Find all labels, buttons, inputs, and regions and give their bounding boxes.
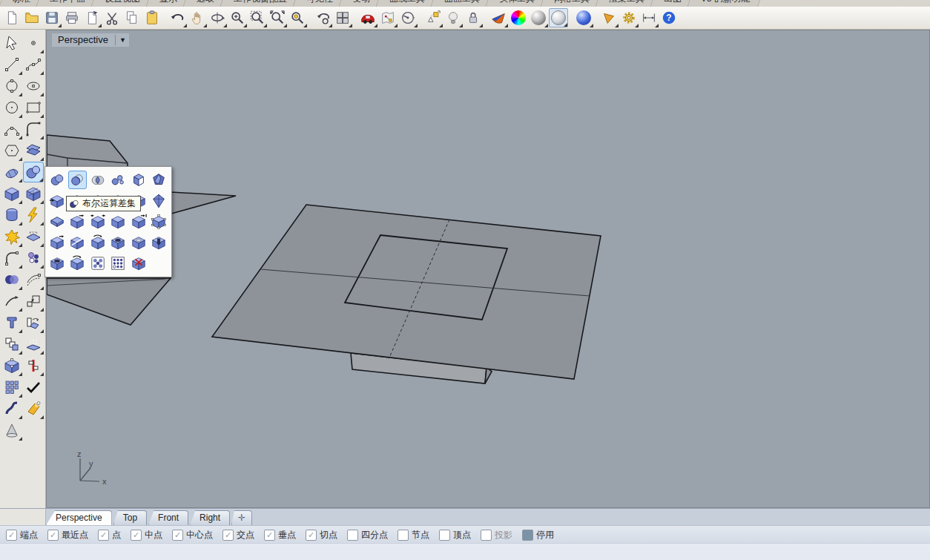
sidebar-offset-button[interactable] — [23, 269, 44, 290]
sidebar-check-button[interactable] — [23, 377, 44, 398]
sidebar-smash-button[interactable] — [23, 334, 44, 355]
pan-button[interactable] — [188, 8, 207, 27]
flyout-make-hole-button[interactable] — [109, 233, 128, 251]
osnap-checkbox[interactable]: ✓ — [306, 530, 317, 541]
viewport-title[interactable]: Perspective ▼ — [52, 33, 129, 47]
flyout-extrude-straight-button[interactable] — [68, 212, 87, 231]
flyout-arrow-icon[interactable] — [615, 24, 619, 27]
flyout-arrow-icon[interactable] — [635, 24, 639, 27]
sidebar-fillet-button[interactable] — [1, 248, 22, 269]
flyout-arrow-icon[interactable] — [40, 243, 44, 247]
menu-tab[interactable]: 渲染工具 — [595, 0, 658, 7]
sidebar-point-cloud-button[interactable] — [23, 248, 44, 269]
flyout-arrow-icon[interactable] — [40, 93, 44, 96]
flyout-arrow-icon[interactable] — [98, 24, 102, 27]
flyout-arrow-icon[interactable] — [439, 24, 443, 27]
sidebar-ellipse-button[interactable] — [23, 76, 44, 96]
flyout-arrow-icon[interactable] — [40, 114, 44, 118]
flyout-arrow-icon[interactable] — [19, 351, 22, 355]
sidebar-scale-button[interactable] — [23, 291, 44, 312]
flyout-extrude-to-boundary-button[interactable] — [129, 212, 148, 231]
menu-tab[interactable]: 曲线工具 — [375, 0, 438, 7]
flyout-arrow-icon[interactable] — [40, 71, 44, 75]
zoom-dynamic-button[interactable] — [228, 8, 247, 27]
flyout-arrow-icon[interactable] — [19, 265, 22, 269]
lock-button[interactable] — [464, 8, 483, 27]
flyout-wire-cut-button[interactable] — [68, 233, 87, 251]
flyout-move-face-button[interactable] — [47, 233, 66, 251]
flyout-arrow-icon[interactable] — [19, 157, 22, 161]
flyout-arrow-icon[interactable] — [479, 24, 483, 27]
menu-tab[interactable]: 设置视图 — [90, 0, 154, 7]
sidebar-align-button[interactable] — [23, 355, 44, 376]
flyout-arrow-icon[interactable] — [283, 24, 287, 27]
sidebar-curve-interpolate-button[interactable] — [23, 54, 44, 75]
menu-tab[interactable]: 曲面工具 — [430, 0, 493, 7]
sidebar-surface-from-curves-button[interactable] — [23, 140, 44, 161]
sidebar-line-button[interactable] — [1, 54, 22, 75]
sidebar-section-button[interactable] — [23, 226, 44, 247]
dimension-button[interactable] — [639, 8, 659, 27]
flyout-array-hole-button[interactable] — [88, 254, 107, 272]
named-view-button[interactable] — [358, 8, 377, 27]
flyout-arrow-icon[interactable] — [19, 394, 22, 398]
sidebar-solid-edit-button[interactable] — [1, 355, 22, 376]
flyout-slab-button[interactable] — [47, 212, 66, 231]
flyout-array-hole-grid-button[interactable] — [109, 254, 128, 272]
shaded-viewport-button[interactable] — [529, 8, 548, 27]
flyout-arrow-icon[interactable] — [40, 157, 44, 161]
flyout-arrow-icon[interactable] — [655, 24, 659, 27]
flyout-arrow-icon[interactable] — [19, 71, 22, 75]
flyout-boolean-split-button[interactable] — [109, 171, 128, 189]
sidebar-fillet-corner-button[interactable] — [23, 119, 44, 139]
flyout-arrow-icon[interactable] — [40, 50, 44, 53]
sidebar-extend-curve-button[interactable] — [1, 291, 22, 312]
flyout-arrow-icon[interactable] — [40, 329, 44, 333]
sidebar-array-button[interactable] — [1, 377, 22, 398]
flyout-extract-surface-button[interactable] — [47, 191, 66, 210]
flyout-diamond-solid-button[interactable] — [150, 191, 168, 210]
viewport-title-dropdown-icon[interactable]: ▼ — [119, 36, 126, 44]
sidebar-cone-button[interactable] — [1, 420, 22, 441]
flyout-round-hole-button[interactable] — [47, 254, 66, 272]
flyout-arrow-icon[interactable] — [40, 415, 44, 419]
sidebar-solid-sphere-button[interactable] — [23, 162, 44, 182]
viewport-tab-right[interactable]: Right — [190, 510, 230, 525]
osnap-item[interactable]: 节点 — [398, 529, 429, 541]
flyout-extrude-both-sides-button[interactable] — [88, 212, 107, 231]
osnap-item[interactable]: ✓中心点 — [172, 529, 213, 541]
osnap-disable-item[interactable]: 停用 — [522, 529, 554, 541]
osnap-checkbox[interactable]: ✓ — [6, 530, 17, 541]
flyout-arrow-icon[interactable] — [39, 178, 43, 182]
flyout-extrude-capped-button[interactable] — [109, 212, 128, 231]
notify-button[interactable] — [599, 8, 619, 27]
render-button[interactable] — [489, 8, 508, 27]
osnap-item[interactable]: ✓端点 — [6, 529, 38, 541]
ghosted-viewport-button[interactable] — [549, 8, 568, 27]
sidebar-explode-mesh-button[interactable] — [23, 205, 44, 225]
flyout-polyhedron-button[interactable] — [150, 171, 168, 189]
options-button[interactable] — [619, 8, 639, 27]
sidebar-cylinder-button[interactable] — [1, 205, 22, 225]
sidebar-curve-boolean-button[interactable] — [1, 269, 22, 290]
print-button[interactable] — [62, 8, 82, 27]
flyout-arrow-icon[interactable] — [263, 24, 267, 27]
sidebar-rotate-copy-button[interactable] — [23, 312, 44, 333]
flyout-arrow-icon[interactable] — [19, 415, 22, 419]
osnap-checkbox[interactable]: ✓ — [131, 530, 142, 541]
flyout-arrow-icon[interactable] — [329, 24, 332, 27]
sidebar-circle-deformable-button[interactable] — [1, 76, 22, 96]
viewport-tab-front[interactable]: Front — [148, 510, 188, 525]
viewport-tab-top[interactable]: Top — [113, 510, 147, 525]
lamp-button[interactable] — [443, 8, 463, 27]
flyout-arrow-icon[interactable] — [19, 136, 22, 139]
flyout-delete-hole-button[interactable] — [129, 254, 148, 272]
copy-button[interactable] — [122, 8, 142, 27]
undo-button[interactable] — [168, 8, 187, 27]
flyout-arrow-icon[interactable] — [19, 200, 22, 204]
flyout-arrow-icon[interactable] — [19, 114, 22, 118]
osnap-item[interactable]: ✓交点 — [222, 529, 254, 541]
flyout-arrow-icon[interactable] — [459, 24, 463, 27]
flyout-boolean-union-button[interactable] — [47, 171, 66, 189]
osnap-item[interactable]: 四分点 — [347, 529, 388, 541]
